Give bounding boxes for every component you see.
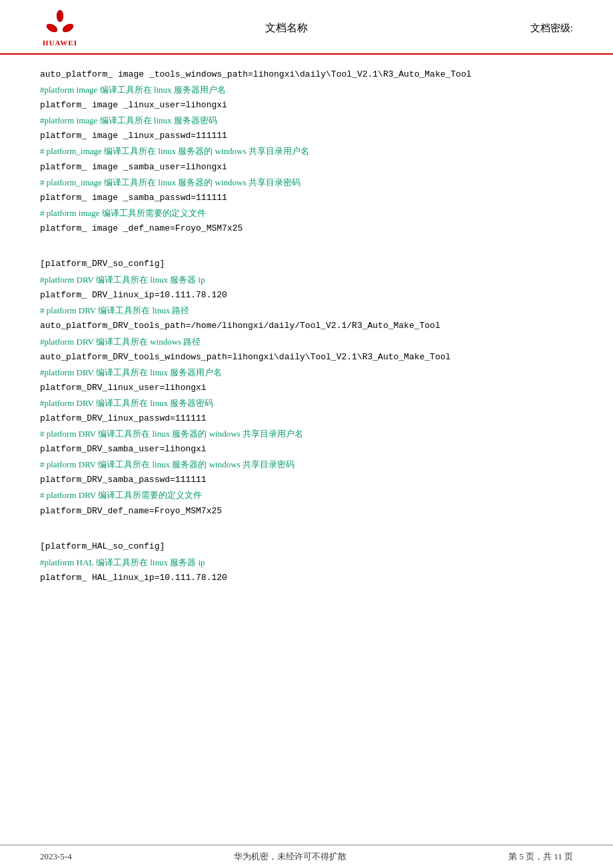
section-header: [platform_DRV_so_config] xyxy=(40,257,573,271)
comment-line: #platform HAL 编译工具所在 linux 服务器 ip xyxy=(40,555,573,570)
code-line: platform_ image _linux_passwd=111111 xyxy=(40,129,573,143)
section-header: [platform_HAL_so_config] xyxy=(40,539,573,554)
code-line: platform_DRV_linux_passwd=111111 xyxy=(40,411,573,426)
spacer xyxy=(40,529,573,538)
code-line: platform_DRV_samba_user=lihongxi xyxy=(40,442,573,457)
comment-line: #platform DRV 编译工具所在 linux 服务器 ip xyxy=(40,273,573,287)
page-content: auto_platform_ image _tools_windows_path… xyxy=(0,55,613,845)
code-line: platform_DRV_def_name=Froyo_MSM7x25 xyxy=(40,504,573,519)
page-header: HUAWEI 文档名称 文档密级: xyxy=(0,0,613,55)
header-right: 文档密级: xyxy=(493,22,573,35)
spacer xyxy=(40,237,573,246)
comment-line: #platform DRV 编译工具所在 windows 路径 xyxy=(40,335,573,349)
logo-area: HUAWEI xyxy=(40,9,80,47)
comment-line: # platform DRV 编译工具所在 linux 路径 xyxy=(40,303,573,318)
comment-line: # platform DRV 编译工具所在 linux 服务器的 windows… xyxy=(40,427,573,441)
page-footer: 2023-5-4 华为机密，未经许可不得扩散 第 5 页，共 11 页 xyxy=(0,845,613,868)
huawei-logo-icon xyxy=(40,9,80,37)
comment-line: # platform DRV 编译工具所需要的定义文件 xyxy=(40,488,573,503)
header-center: 文档名称 xyxy=(80,21,493,35)
svg-point-4 xyxy=(61,22,75,34)
code-line: platform_ image _samba_user=lihongxi xyxy=(40,160,573,175)
code-line: auto_platform_DRV_tools_path=/home/lihon… xyxy=(40,319,573,333)
spacer xyxy=(40,246,573,255)
footer-classification: 华为机密，未经许可不得扩散 xyxy=(234,851,346,863)
comment-line: #platform DRV 编译工具所在 linux 服务器用户名 xyxy=(40,365,573,380)
code-line: platform_DRV_linux_user=lihongxi xyxy=(40,381,573,395)
code-line: auto_platform_DRV_tools_windows_path=lih… xyxy=(40,350,573,365)
doc-level-label: 文档密级: xyxy=(530,23,573,33)
footer-date: 2023-5-4 xyxy=(40,851,72,862)
svg-point-5 xyxy=(45,22,59,34)
code-line: platform_ image _linux_user=lihongxi xyxy=(40,98,573,113)
page-wrapper: HUAWEI 文档名称 文档密级: auto_platform_ image _… xyxy=(0,0,613,868)
spacer xyxy=(40,519,573,529)
comment-line: # platform_image 编译工具所在 linux 服务器的 windo… xyxy=(40,175,573,190)
doc-name-label: 文档名称 xyxy=(265,22,308,33)
comment-line: # platform_image 编译工具所在 linux 服务器的 windo… xyxy=(40,144,573,159)
code-line: platform_DRV_samba_passwd=111111 xyxy=(40,473,573,487)
comment-line: #platform DRV 编译工具所在 linux 服务器密码 xyxy=(40,396,573,411)
comment-line: # platform DRV 编译工具所在 linux 服务器的 windows… xyxy=(40,457,573,472)
code-line: platform_ DRV_linux_ip=10.111.78.120 xyxy=(40,288,573,303)
footer-page-info: 第 5 页，共 11 页 xyxy=(508,851,573,863)
code-line: platform_ image _samba_passwd=111111 xyxy=(40,191,573,205)
comment-line: #platform image 编译工具所在 linux 服务器用户名 xyxy=(40,83,573,97)
code-line: auto_platform_ image _tools_windows_path… xyxy=(40,67,573,82)
svg-point-3 xyxy=(57,10,63,22)
comment-line: # platform image 编译工具所需要的定义文件 xyxy=(40,206,573,221)
code-line: platform_ image _def_name=Froyo_MSM7x25 xyxy=(40,221,573,236)
logo-text: HUAWEI xyxy=(43,39,77,47)
comment-line: #platform image 编译工具所在 linux 服务器密码 xyxy=(40,113,573,128)
code-line: platform_ HAL_linux_ip=10.111.78.120 xyxy=(40,571,573,585)
